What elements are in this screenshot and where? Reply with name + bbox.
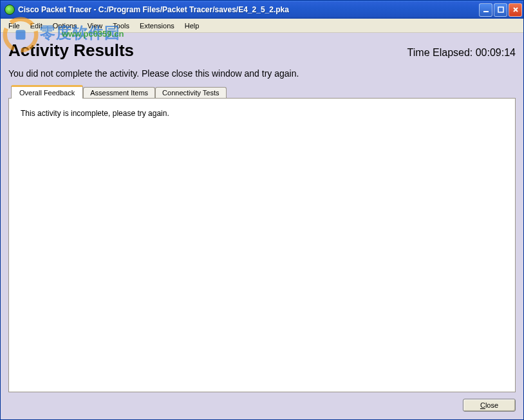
svg-rect-0 xyxy=(483,11,489,12)
maximize-icon xyxy=(498,6,504,13)
tabstrip: Overall Feedback Assessment Items Connec… xyxy=(8,85,516,98)
menu-extensions[interactable]: Extensions xyxy=(135,20,180,32)
status-message: You did not complete the activity. Pleas… xyxy=(8,68,516,79)
close-button-mnemonic: C xyxy=(480,401,485,409)
close-button[interactable]: Close xyxy=(463,399,516,412)
minimize-button[interactable] xyxy=(479,3,492,17)
maximize-button[interactable] xyxy=(494,3,507,17)
header-row: Activity Results Time Elapsed: 00:09:14 xyxy=(8,41,516,61)
svg-rect-1 xyxy=(498,7,503,12)
menubar: File Edit Options View Tools Extensions … xyxy=(1,19,523,33)
feedback-text: This activity is incomplete, please try … xyxy=(21,109,503,118)
tab-panel-overall-feedback: This activity is incomplete, please try … xyxy=(8,98,516,392)
menu-options[interactable]: Options xyxy=(48,20,82,32)
close-window-button[interactable] xyxy=(509,3,522,17)
footer: Close xyxy=(8,392,516,412)
menu-edit[interactable]: Edit xyxy=(25,20,48,32)
menu-file[interactable]: File xyxy=(3,20,25,32)
time-elapsed-label: Time Elapsed: xyxy=(407,47,476,58)
close-button-rest: lose xyxy=(485,401,498,409)
page-title: Activity Results xyxy=(8,41,134,61)
titlebar[interactable]: Cisco Packet Tracer - C:/Program Files/P… xyxy=(1,1,523,19)
close-icon xyxy=(512,6,519,13)
tab-overall-feedback[interactable]: Overall Feedback xyxy=(11,85,83,99)
client-area: Activity Results Time Elapsed: 00:09:14 … xyxy=(1,33,523,419)
time-elapsed: Time Elapsed: 00:09:14 xyxy=(407,47,516,59)
window-title: Cisco Packet Tracer - C:/Program Files/P… xyxy=(18,5,479,14)
menu-view[interactable]: View xyxy=(82,20,108,32)
menu-tools[interactable]: Tools xyxy=(108,20,135,32)
app-window: Cisco Packet Tracer - C:/Program Files/P… xyxy=(0,0,524,420)
tab-assessment-items[interactable]: Assessment Items xyxy=(83,87,155,98)
tab-connectivity-tests[interactable]: Connectivity Tests xyxy=(155,87,226,98)
window-buttons xyxy=(479,3,522,17)
time-elapsed-value: 00:09:14 xyxy=(476,47,516,58)
minimize-icon xyxy=(483,6,489,13)
app-icon xyxy=(5,5,15,15)
menu-help[interactable]: Help xyxy=(180,20,205,32)
